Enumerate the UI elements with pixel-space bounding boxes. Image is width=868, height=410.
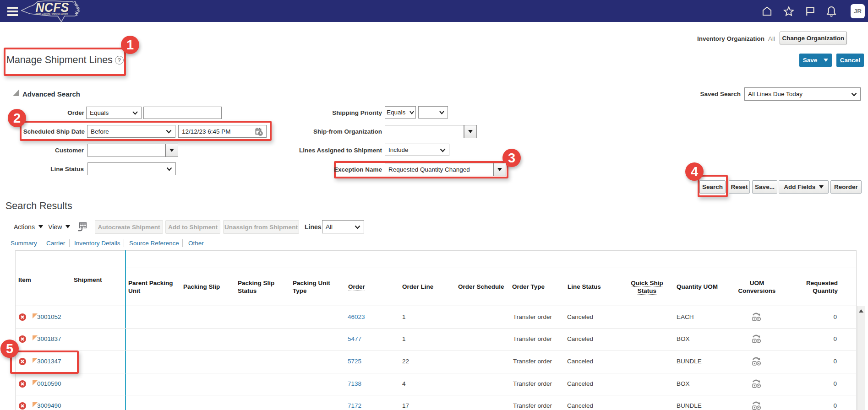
- svg-text:North Carolina Financial Syste: North Carolina Financial System: [36, 13, 69, 15]
